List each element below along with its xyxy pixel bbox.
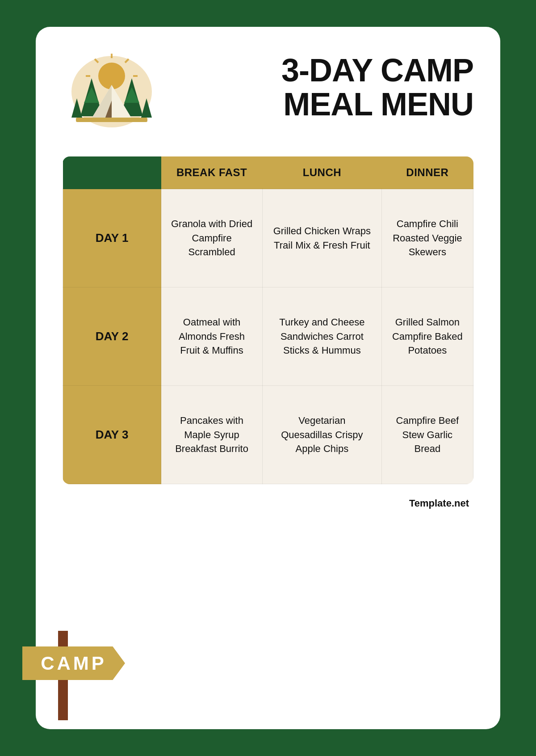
day1-lunch: Grilled Chicken Wraps Trail Mix & Fresh …	[263, 189, 382, 287]
sign-arrow: CAMP	[22, 646, 125, 680]
footer: Template.net	[63, 498, 473, 509]
logo-container	[63, 49, 161, 134]
day2-lunch: Turkey and Cheese Sandwiches Carrot Stic…	[263, 287, 382, 386]
header-breakfast: BREAK FAST	[161, 156, 263, 189]
day1-label: DAY 1	[63, 189, 161, 287]
table-header-row: BREAK FAST LUNCH DINNER	[63, 156, 473, 189]
camp-sign: CAMP	[22, 646, 125, 680]
title-container: 3-DAY CAMP MEAL MENU	[170, 49, 473, 121]
day3-dinner: Campfire Beef Stew Garlic Bread	[381, 386, 473, 484]
day2-label: DAY 2	[63, 287, 161, 386]
main-title: 3-DAY CAMP MEAL MENU	[281, 54, 473, 121]
svg-rect-16	[76, 118, 147, 122]
day3-breakfast: Pancakes with Maple Syrup Breakfast Burr…	[161, 386, 263, 484]
header-lunch: LUNCH	[263, 156, 382, 189]
day1-breakfast: Granola with Dried Campfire Scrambled	[161, 189, 263, 287]
day1-dinner: Campfire Chili Roasted Veggie Skewers	[381, 189, 473, 287]
header-dinner: DINNER	[381, 156, 473, 189]
day2-breakfast: Oatmeal with Almonds Fresh Fruit & Muffi…	[161, 287, 263, 386]
table-row: DAY 3 Pancakes with Maple Syrup Breakfas…	[63, 386, 473, 484]
table-row: DAY 1 Granola with Dried Campfire Scramb…	[63, 189, 473, 287]
meal-table: BREAK FAST LUNCH DINNER DAY 1 Granola wi…	[63, 156, 473, 484]
table-row: DAY 2 Oatmeal with Almonds Fresh Fruit &…	[63, 287, 473, 386]
title-line2: MEAL MENU	[283, 86, 473, 122]
brand-label: Template.net	[409, 498, 469, 509]
title-line1: 3-DAY CAMP	[281, 52, 473, 88]
day3-lunch: Vegetarian Quesadillas Crispy Apple Chip…	[263, 386, 382, 484]
main-card: 3-DAY CAMP MEAL MENU BREAK FAST LUNCH DI…	[36, 27, 500, 729]
day2-dinner: Grilled Salmon Campfire Baked Potatoes	[381, 287, 473, 386]
header: 3-DAY CAMP MEAL MENU	[63, 49, 473, 134]
camp-sign-label: CAMP	[41, 653, 107, 674]
day3-label: DAY 3	[63, 386, 161, 484]
camp-logo	[67, 51, 156, 132]
header-day	[63, 156, 161, 189]
